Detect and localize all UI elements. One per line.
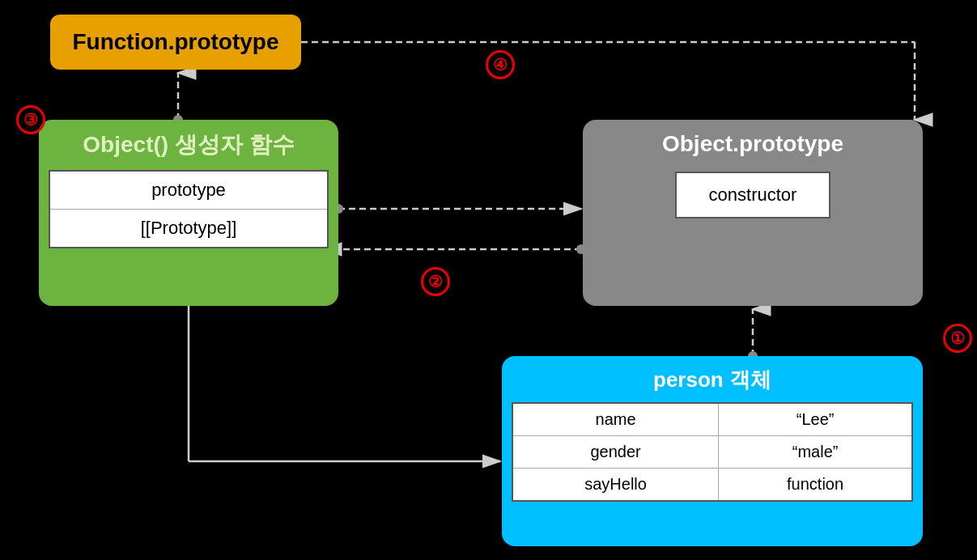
- name-key: name: [512, 403, 719, 436]
- constructor-box: constructor: [675, 172, 831, 218]
- person-box: person 객체 name “Lee” gender “male” sayHe…: [502, 356, 923, 546]
- name-row: name “Lee”: [512, 403, 912, 436]
- object-constructor-box: Object() 생성자 함수 prototype [[Prototype]]: [39, 120, 338, 306]
- gender-value: “male”: [719, 436, 912, 469]
- object-prototype-title: Object.prototype: [662, 131, 843, 157]
- function-prototype-label: Function.prototype: [72, 29, 278, 55]
- person-table: name “Lee” gender “male” sayHello functi…: [512, 402, 913, 502]
- object-prototype-box: Object.prototype constructor: [583, 120, 923, 306]
- prototype-row: prototype: [49, 171, 328, 210]
- object-constructor-title: Object() 생성자 함수: [49, 129, 329, 160]
- proto-row: [[Prototype]]: [49, 210, 328, 248]
- prototype-cell: prototype: [49, 171, 328, 210]
- gender-key: gender: [512, 436, 719, 469]
- person-title: person 객체: [512, 366, 913, 394]
- circle-1: ①: [943, 324, 972, 353]
- sayhello-row: sayHello function: [512, 469, 912, 502]
- sayhello-value: function: [719, 469, 912, 502]
- function-prototype-box: Function.prototype: [50, 15, 301, 70]
- gender-row: gender “male”: [512, 436, 912, 469]
- name-value: “Lee”: [719, 403, 912, 436]
- circle-3: ③: [16, 105, 45, 134]
- circle-2: ②: [421, 267, 450, 296]
- object-constructor-table: prototype [[Prototype]]: [49, 170, 329, 248]
- circle-4: ④: [486, 50, 515, 79]
- proto-cell: [[Prototype]]: [49, 210, 328, 248]
- sayhello-key: sayHello: [512, 469, 719, 502]
- diagram-container: Function.prototype Object() 생성자 함수 proto…: [0, 0, 977, 560]
